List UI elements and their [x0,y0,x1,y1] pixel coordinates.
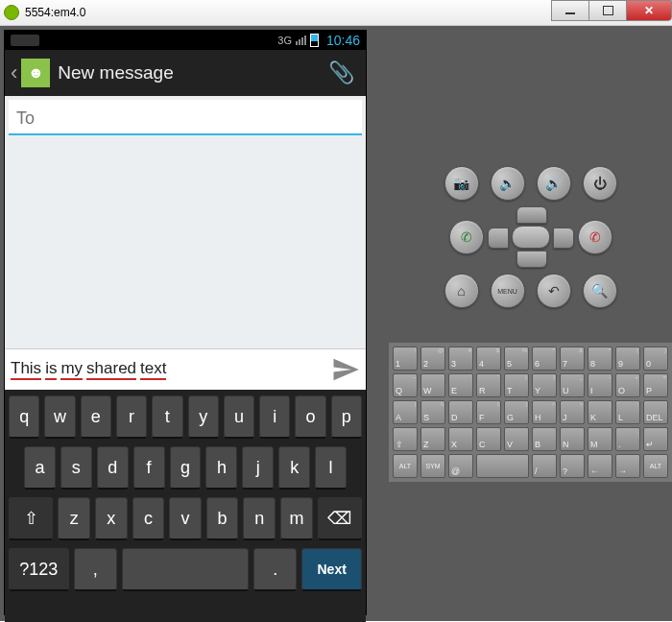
hwkey-0[interactable]: 0) [643,347,668,371]
call-button[interactable]: ✆ [449,220,484,254]
key-e[interactable]: e [81,395,111,439]
key-j[interactable]: j [242,446,274,490]
hwkey-J[interactable]: J> [560,400,585,424]
back-button[interactable]: ‹ [11,60,17,85]
hwkey-M[interactable]: M [588,427,612,451]
message-body-area[interactable] [5,137,366,348]
key-m[interactable]: m [280,497,313,540]
menu-button[interactable]: MENU [491,274,525,308]
window-minimize[interactable] [551,0,589,21]
hwkey-.[interactable]: ., [615,427,640,451]
hwkey-E[interactable]: E¯ [448,373,473,397]
key-symbols[interactable]: ?123 [9,548,69,591]
hwkey-9[interactable]: 9( [615,347,640,371]
key-next[interactable]: Next [301,548,362,591]
key-x[interactable]: x [95,497,128,540]
hwkey-C[interactable]: C [476,427,501,451]
hwkey-3[interactable]: 3# [448,347,473,371]
dpad-down[interactable] [516,251,547,268]
camera-button[interactable]: 📷 [444,166,479,201]
hwkey-SYM[interactable]: SYM [420,454,445,478]
hwkey-ALT[interactable]: ALT [643,454,668,478]
hwkey-4[interactable]: 4$ [476,347,501,371]
power-button[interactable]: ⏻ [583,166,617,201]
key-v[interactable]: v [169,497,202,540]
hwkey-P[interactable]: P= [643,373,668,397]
hwkey-O[interactable]: O+ [615,373,640,397]
key-b[interactable]: b [206,497,239,540]
key-w[interactable]: w [44,395,75,439]
key-u[interactable]: u [224,395,254,439]
hwkey-U[interactable]: U_ [560,373,585,397]
hwkey-@[interactable]: @ [448,454,473,478]
window-maximize[interactable] [588,0,627,21]
hwkey-?[interactable]: ? [560,454,585,478]
hwkey-7[interactable]: 7& [560,347,585,371]
hwkey-Q[interactable]: Q~ [393,373,418,397]
hwkey-A[interactable]: A| [393,400,418,424]
home-button[interactable]: ⌂ [444,274,479,308]
send-button[interactable] [329,353,362,386]
key-y[interactable]: y [188,395,219,439]
hwkey-/[interactable]: / [532,454,557,478]
hwkey-X[interactable]: X [448,427,473,451]
key-i[interactable]: i [259,395,290,439]
key-n[interactable]: n [243,497,276,540]
hwkey-B[interactable]: B [532,427,557,451]
hwkey-F[interactable]: F[ [476,400,501,424]
key-p[interactable]: p [331,395,362,439]
key-r[interactable]: r [116,395,147,439]
key-delete[interactable]: ⌫ [318,497,362,540]
hwkey-⇧[interactable]: ⇧ [393,427,418,451]
window-close[interactable] [626,0,672,21]
key-shift[interactable]: ⇧ [9,497,53,540]
key-l[interactable]: l [315,446,347,490]
key-d[interactable]: d [97,446,129,490]
key-f[interactable]: f [133,446,165,490]
dpad-center[interactable] [512,226,550,249]
hwkey-D[interactable]: D [448,400,473,424]
messaging-app-icon[interactable]: ☻ [21,59,50,87]
back-hw-button[interactable]: ↶ [537,274,571,308]
hwkey-5[interactable]: 5% [504,347,529,371]
hangup-button[interactable]: ✆ [578,220,612,254]
hwkey-↵[interactable]: ↵ [643,427,668,451]
hwkey-S[interactable]: S\\ [420,400,445,424]
key-k[interactable]: k [278,446,310,490]
dpad-left[interactable] [488,227,509,249]
key-space[interactable] [122,548,249,591]
key-t[interactable]: t [152,395,182,439]
key-period[interactable]: . [253,548,297,591]
hwkey-→[interactable]: → [615,454,640,478]
hwkey-L[interactable]: L: [615,400,640,424]
key-a[interactable]: a [24,446,56,490]
key-h[interactable]: h [205,446,237,490]
key-s[interactable]: s [60,446,92,490]
hwkey-W[interactable]: W´ [420,373,445,397]
volume-up-button[interactable]: 🔊 [537,166,571,201]
hwkey-T[interactable]: T{ [504,373,529,397]
hwkey-V[interactable]: V [504,427,529,451]
hwkey-H[interactable]: H< [532,400,557,424]
dpad-right[interactable] [553,227,574,249]
hwkey-DEL[interactable]: DEL [643,400,668,424]
hwkey-R[interactable]: Rˇ [476,373,501,397]
hwkey-2[interactable]: 2@ [420,347,445,371]
search-button[interactable]: 🔍 [583,274,617,308]
key-z[interactable]: z [58,497,90,540]
key-c[interactable]: c [132,497,165,540]
to-input[interactable] [14,108,360,130]
attachment-icon[interactable]: 📎 [328,60,354,85]
hwkey-6[interactable]: 6^ [532,347,557,371]
message-input[interactable]: Thisismysharedtext [9,357,329,382]
dpad-up[interactable] [516,206,547,224]
hwkey-G[interactable]: G] [504,400,529,424]
volume-down-button[interactable]: 🔉 [491,166,525,201]
key-q[interactable]: q [9,395,39,439]
hwkey-K[interactable]: K; [588,400,612,424]
hwkey-Z[interactable]: Z [420,427,445,451]
hwkey-Y[interactable]: Y} [532,373,557,397]
key-o[interactable]: o [295,395,325,439]
hwkey-I[interactable]: I- [588,373,612,397]
hwkey-1[interactable]: 1! [393,347,418,371]
